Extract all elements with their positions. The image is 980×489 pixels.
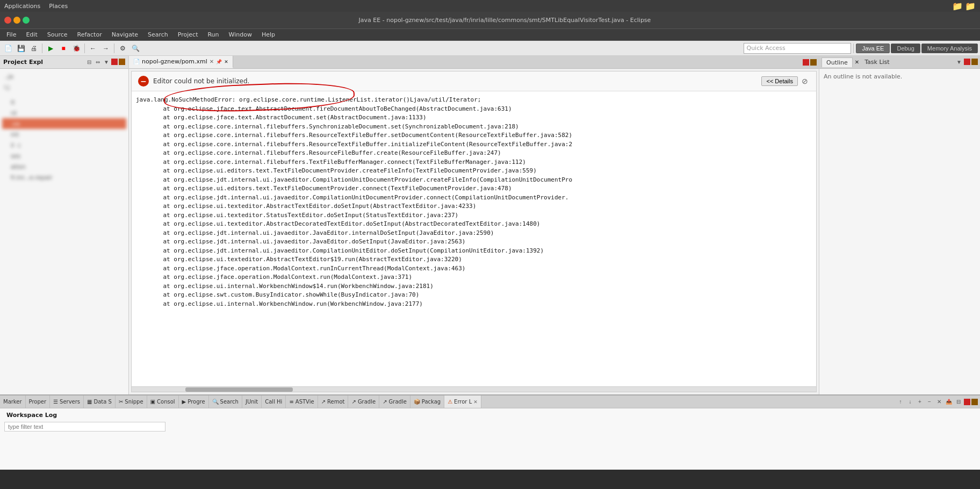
tab-junit[interactable]: JUnit — [242, 395, 262, 408]
perspective-debug[interactable]: Debug — [891, 44, 920, 53]
tab-close-button[interactable]: ✕ — [210, 59, 214, 64]
bottom-tab-toolbar: ↑ ↓ + − ✕ 📤 ⊟ — [894, 395, 980, 408]
sidebar-blurred-content: ..ja l.j it nt .va — [0, 69, 128, 185]
filter-input[interactable] — [4, 422, 165, 432]
tab-consol[interactable]: ▣ Consol — [147, 395, 179, 408]
maximize-panel-button[interactable] — [119, 59, 125, 65]
tab-snippe[interactable]: ✂ Snippe — [116, 395, 147, 408]
window-controls — [4, 17, 30, 24]
scrollbar-thumb[interactable] — [185, 387, 293, 392]
consol-tab-icon: ▣ — [150, 399, 155, 405]
bt-up-button[interactable]: ↑ — [896, 398, 905, 406]
tab-data-s[interactable]: ▦ Data S — [84, 395, 116, 408]
menu-help[interactable]: Help — [257, 30, 279, 39]
sidebar-item-6[interactable]: mt — [2, 129, 126, 140]
minimize-button[interactable] — [13, 17, 20, 24]
right-panel-view-menu[interactable]: ▼ — [955, 59, 963, 66]
tab-error-log[interactable]: ⚠ Error L ✕ — [444, 395, 481, 408]
back-button[interactable]: ← — [87, 42, 99, 54]
tab-proper[interactable]: Proper — [26, 395, 50, 408]
settings-button[interactable]: ⚙ — [117, 42, 128, 54]
stack-line-4: at org.eclipse.core.internal.filebuffers… — [136, 131, 812, 140]
sidebar-item-9[interactable]: ation — [2, 161, 126, 172]
tab-servers[interactable]: ☰ Servers — [50, 395, 84, 408]
bt-export-button[interactable]: 📤 — [945, 398, 953, 406]
tab-packag[interactable]: 📦 Packag — [410, 395, 444, 408]
close-button[interactable] — [4, 17, 11, 24]
packag-tab-icon: 📦 — [414, 399, 420, 405]
tab-astview[interactable]: ≡ ASTVie — [286, 395, 318, 408]
new-button[interactable]: 📄 — [2, 42, 14, 54]
menu-source[interactable]: Source — [43, 30, 72, 39]
save-button[interactable]: 💾 — [15, 42, 27, 54]
perspective-memory[interactable]: Memory Analysis — [921, 44, 978, 53]
sidebar-item-label-1: ..ja — [4, 73, 13, 80]
run-button[interactable]: ▶ — [45, 42, 56, 54]
bt-down-button[interactable]: ↓ — [906, 398, 914, 406]
editor-tab-pom[interactable]: 📄 nopol-gznew/pom.xml ✕ 📌 ✕ — [129, 56, 233, 68]
places-menu[interactable]: Places — [49, 3, 68, 10]
stack-line-11: at org.eclipse.jdt.internal.ui.javaedito… — [136, 193, 812, 203]
sidebar-item-3[interactable]: it — [2, 97, 126, 107]
sidebar-item-7[interactable]: il c — [2, 140, 126, 150]
editor-maximize[interactable] — [810, 59, 817, 66]
folder-icon[interactable]: 📁 — [952, 1, 963, 11]
applications-menu[interactable]: Applications — [4, 3, 40, 10]
sidebar-item-8[interactable]: ses — [2, 150, 126, 161]
maximize-button[interactable] — [23, 17, 30, 24]
debug-button[interactable]: 🐞 — [70, 42, 82, 54]
tab-marker[interactable]: Marker — [0, 395, 26, 408]
bottom-area: Marker Proper ☰ Servers ▦ Data S ✂ Snipp… — [0, 394, 980, 470]
search-tb-button[interactable]: 🔍 — [129, 42, 141, 54]
menu-window[interactable]: Window — [225, 30, 256, 39]
details-button[interactable]: << Details — [761, 76, 798, 86]
tab-search[interactable]: 🔍 Search — [209, 395, 242, 408]
horizontal-scrollbar[interactable] — [132, 386, 816, 392]
bottom-minimize[interactable] — [964, 399, 970, 405]
tab-gradle2[interactable]: ↗ Gradle — [379, 395, 410, 408]
minimize-panel-button[interactable] — [111, 59, 118, 65]
editor-minimize[interactable] — [803, 59, 809, 66]
quick-access-box[interactable]: Quick Access — [744, 43, 851, 54]
tab-outline[interactable]: Outline — [822, 57, 853, 67]
menu-run[interactable]: Run — [203, 30, 223, 39]
tab-progre[interactable]: ▶ Progre — [179, 395, 209, 408]
right-panel-minimize[interactable] — [964, 59, 970, 65]
error-clear-button[interactable]: ⊘ — [800, 76, 810, 86]
tab-task-list[interactable]: Task List — [860, 57, 893, 67]
left-sidebar: Project Expl ⊟ ⇔ ▼ ..ja l.j — [0, 56, 129, 394]
perspective-java-ee[interactable]: Java EE — [856, 44, 890, 53]
error-log-close-icon[interactable]: ✕ — [473, 399, 478, 405]
bt-add-button[interactable]: + — [916, 398, 924, 406]
stack-line-10: at org.eclipse.ui.editors.text.TextFileD… — [136, 184, 812, 193]
menu-project[interactable]: Project — [174, 30, 203, 39]
forward-button[interactable]: → — [100, 42, 112, 54]
bottom-maximize[interactable] — [971, 399, 978, 405]
sidebar-item-1[interactable]: ..ja — [2, 71, 126, 82]
sidebar-item-5[interactable]: .va — [2, 118, 126, 129]
stop-button[interactable]: ■ — [57, 42, 69, 54]
bt-clear-button[interactable]: ✕ — [935, 398, 943, 406]
sidebar-item-2[interactable]: l.j — [2, 82, 126, 92]
print-button[interactable]: 🖨 — [28, 42, 40, 54]
link-editor-button[interactable]: ⇔ — [94, 59, 102, 66]
call-hi-tab-label: Call Hi — [265, 399, 282, 405]
view-menu-button[interactable]: ▼ — [103, 59, 110, 66]
menu-refactor[interactable]: Refactor — [73, 30, 106, 39]
right-panel-maximize[interactable] — [971, 59, 978, 65]
menu-edit[interactable]: Edit — [21, 30, 41, 39]
tab-remot[interactable]: ↗ Remot — [318, 395, 349, 408]
sidebar-item-10[interactable]: fr.inr...e.repair — [2, 172, 126, 183]
menu-search[interactable]: Search — [143, 30, 172, 39]
bt-remove-button[interactable]: − — [925, 398, 934, 406]
tab-call-hi[interactable]: Call Hi — [262, 395, 286, 408]
menu-navigate[interactable]: Navigate — [107, 30, 142, 39]
folder2-icon[interactable]: 📁 — [965, 1, 976, 11]
sidebar-item-4[interactable]: nt — [2, 107, 126, 118]
collapse-all-button[interactable]: ⊟ — [85, 59, 93, 66]
menu-file[interactable]: File — [2, 30, 20, 39]
bt-collapse-button[interactable]: ⊟ — [954, 398, 963, 406]
tab-label: nopol-gznew/pom.xml — [142, 58, 207, 65]
workspace-log-label: Workspace Log — [4, 411, 976, 420]
tab-gradle1[interactable]: ↗ Gradle — [348, 395, 379, 408]
